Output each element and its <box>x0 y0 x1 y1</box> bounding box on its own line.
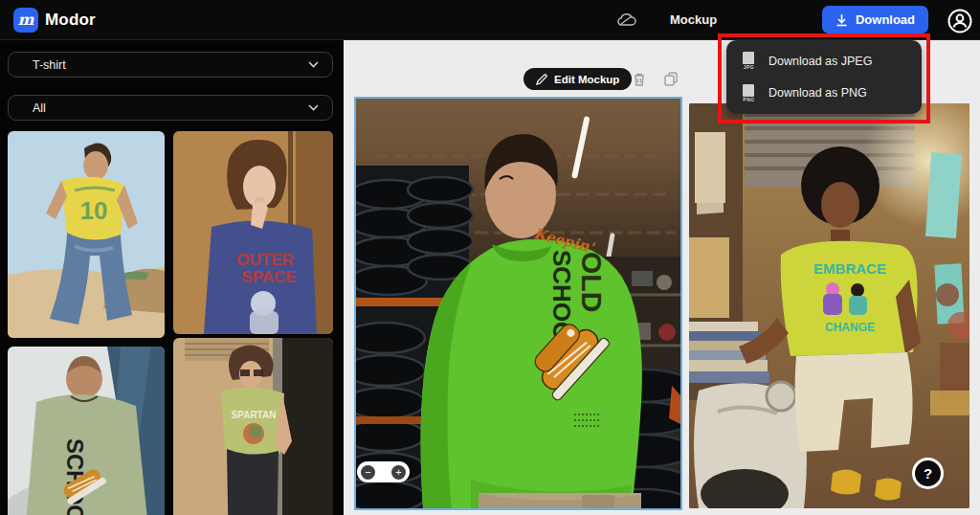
svg-text:CHANGE: CHANGE <box>825 321 875 334</box>
topbar: m Modor Mockup Download <box>0 0 980 40</box>
adjacent-mockup-canvas[interactable]: EMBRACE CHANGE <box>689 103 969 508</box>
thumbnail-beach-yellow-tee[interactable]: 10 <box>8 131 165 338</box>
chevron-down-icon <box>308 104 319 111</box>
modor-logo[interactable]: m <box>13 8 38 33</box>
trash-icon <box>631 71 648 88</box>
photo-thumbnail: 10 <box>8 131 165 338</box>
thumbnail-back-sage-tee[interactable]: SCHOOL <box>8 347 165 515</box>
filter-select-style-value: All <box>33 101 46 115</box>
selected-mockup-canvas[interactable]: Keepin' OLD SCHOOL <box>354 97 682 510</box>
menu-item-label: Download as PNG <box>768 86 867 100</box>
svg-text:10: 10 <box>80 196 108 225</box>
copy-icon <box>662 71 679 88</box>
pencil-icon <box>536 74 547 85</box>
download-icon <box>835 13 848 27</box>
zoom-in-button[interactable]: + <box>391 465 406 480</box>
jpeg-file-icon: JPG <box>742 52 756 70</box>
sidebar: T-shirt All <box>0 40 344 515</box>
png-file-icon: PNG <box>742 84 756 102</box>
nav-item-mockup[interactable]: Mockup <box>670 12 717 27</box>
menu-item-label: Download as JPEG <box>768 55 872 68</box>
duplicate-mockup-button[interactable] <box>662 71 679 88</box>
svg-text:SPACE: SPACE <box>241 268 296 286</box>
photo-thumbnail: SCHOOL <box>8 347 165 515</box>
download-menu: JPG Download as JPEG PNG Download as PNG <box>726 40 922 114</box>
thumbnail-astronaut-blue-tee[interactable]: OUTER SPACE <box>173 131 333 334</box>
menu-item-download-jpeg[interactable]: JPG Download as JPEG <box>726 46 922 77</box>
chevron-down-icon <box>308 61 319 68</box>
edit-mockup-button[interactable]: Edit Mockup <box>523 68 632 90</box>
download-button-label: Download <box>856 12 915 27</box>
svg-text:OLD: OLD <box>576 252 608 312</box>
filter-select-style[interactable]: All <box>8 95 333 121</box>
edit-mockup-label: Edit Mockup <box>554 74 619 85</box>
app-window: m Modor Mockup Download <box>0 0 980 515</box>
filter-select-category-value: T-shirt <box>33 58 66 72</box>
mockup-photo-main: Keepin' OLD SCHOOL <box>356 99 680 508</box>
filter-select-category[interactable]: T-shirt <box>8 52 333 78</box>
menu-item-download-png[interactable]: PNG Download as PNG <box>726 78 922 108</box>
delete-mockup-button[interactable] <box>631 71 648 88</box>
zoom-out-button[interactable]: − <box>361 465 375 480</box>
cloud-sync-icon[interactable] <box>616 11 637 29</box>
photo-thumbnail: OUTER SPACE <box>173 131 333 334</box>
svg-text:EMBRACE: EMBRACE <box>813 260 886 277</box>
photo-thumbnail: SPARTAN <box>173 338 333 515</box>
download-button[interactable]: Download <box>822 6 928 34</box>
thumbnail-leaning-green-tee[interactable]: SPARTAN <box>173 338 333 515</box>
profile-icon[interactable] <box>947 9 972 34</box>
svg-text:OUTER: OUTER <box>236 251 294 269</box>
help-button[interactable]: ? <box>912 458 944 489</box>
brand-title: Modor <box>45 11 96 30</box>
logo-letter: m <box>18 12 34 28</box>
svg-text:SPARTAN: SPARTAN <box>232 410 277 420</box>
zoom-controls: − + <box>357 461 410 482</box>
mockup-photo-right: EMBRACE CHANGE <box>689 103 969 508</box>
